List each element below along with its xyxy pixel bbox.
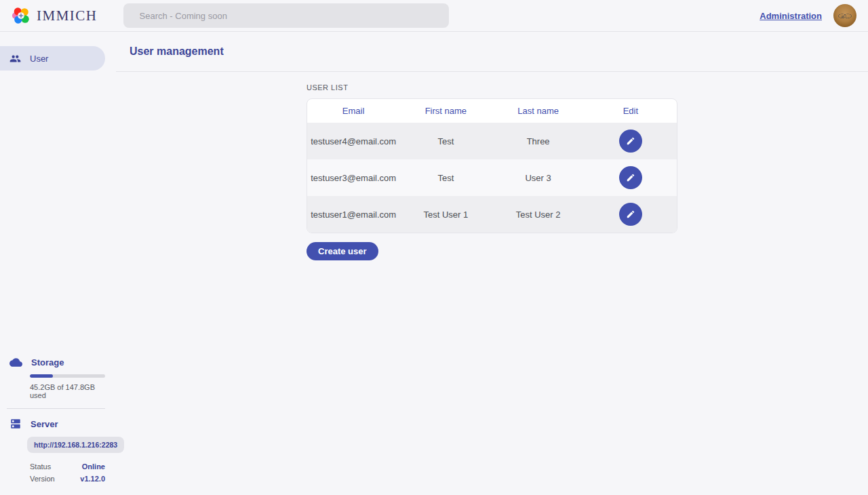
title-bar: User management [116, 32, 868, 72]
cell-email: testuser1@email.com [307, 210, 399, 220]
edit-user-button[interactable] [619, 203, 642, 226]
user-table-header: Email First name Last name Edit [307, 99, 677, 123]
table-row: testuser4@email.com Test Three [307, 123, 677, 159]
user-table-body: testuser4@email.com Test Three testuser3… [307, 123, 677, 233]
column-header-first-name: First name [399, 106, 492, 116]
sidebar-divider [7, 408, 105, 409]
storage-usage-text: 45.2GB of 147.8GB used [30, 383, 105, 399]
immich-flower-icon [11, 5, 31, 26]
version-label: Version [30, 475, 55, 483]
cell-last-name: Three [492, 136, 585, 146]
admin-sidebar: User Storage 45.2GB of [0, 32, 116, 495]
user-table: Email First name Last name Edit testuser… [307, 98, 677, 233]
cell-edit [585, 203, 677, 226]
table-row: testuser1@email.com Test User 1 Test Use… [307, 196, 677, 233]
edit-user-button[interactable] [619, 130, 642, 153]
users-group-icon [9, 53, 21, 64]
pencil-icon [626, 136, 635, 146]
cell-edit [585, 130, 677, 153]
cell-email: testuser3@email.com [307, 173, 399, 183]
sidebar-bottom: Storage 45.2GB of 147.8GB used [0, 356, 116, 495]
app-header: IMMICH Administration [0, 0, 868, 32]
edit-user-button[interactable] [619, 166, 642, 189]
page-title: User management [130, 45, 224, 58]
sidebar-item-user-label: User [30, 54, 48, 64]
status-value: Online [82, 462, 105, 471]
cell-last-name: User 3 [492, 173, 585, 183]
user-avatar[interactable] [833, 4, 856, 27]
content-row: User Storage 45.2GB of [0, 32, 868, 495]
server-status-row: Status Online [30, 462, 105, 471]
main-area: User management USER LIST Email First na… [116, 32, 868, 495]
server-version-row: Version v1.12.0 [30, 475, 105, 483]
server-panel: Server http://192.168.1.216:2283 Status … [9, 418, 105, 483]
cell-edit [585, 166, 677, 189]
search-input[interactable] [123, 3, 449, 28]
sidebar-item-user[interactable]: User [0, 46, 105, 71]
cell-first-name: Test [399, 173, 492, 183]
storage-panel: Storage 45.2GB of 147.8GB used [9, 356, 105, 399]
version-value: v1.12.0 [80, 475, 105, 483]
pencil-icon [626, 210, 635, 219]
storage-progress-fill [30, 374, 53, 378]
create-user-button[interactable]: Create user [307, 242, 378, 260]
cell-first-name: Test User 1 [399, 210, 492, 220]
logo-text: IMMICH [37, 7, 98, 24]
status-label: Status [30, 462, 51, 471]
main-content: USER LIST Email First name Last name Edi… [116, 72, 868, 260]
user-list-label: USER LIST [307, 83, 677, 92]
sidebar-nav: User [0, 32, 116, 71]
immich-logo[interactable]: IMMICH [11, 5, 98, 26]
column-header-last-name: Last name [492, 106, 585, 116]
pencil-icon [626, 173, 635, 182]
server-title: Server [31, 419, 58, 429]
storage-progress-bar [30, 374, 105, 378]
column-header-edit: Edit [585, 106, 677, 116]
storage-title: Storage [31, 357, 64, 368]
user-list-section: USER LIST Email First name Last name Edi… [307, 83, 677, 260]
column-header-email: Email [307, 106, 399, 116]
server-icon [9, 418, 22, 430]
table-row: testuser3@email.com Test User 3 [307, 159, 677, 196]
search-bar [123, 3, 449, 28]
cell-first-name: Test [399, 136, 492, 146]
cell-email: testuser4@email.com [307, 136, 399, 146]
cloud-icon [9, 356, 22, 369]
administration-link[interactable]: Administration [760, 11, 822, 21]
cell-last-name: Test User 2 [492, 210, 585, 220]
server-url: http://192.168.1.216:2283 [27, 437, 124, 453]
